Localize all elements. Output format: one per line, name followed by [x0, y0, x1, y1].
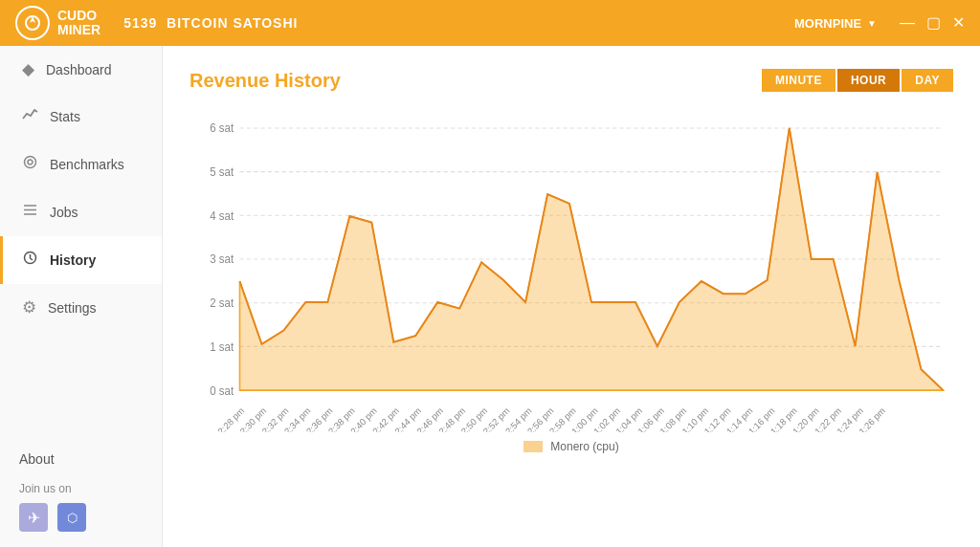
logo: CUDO MINER	[15, 6, 100, 40]
svg-text:6 sat: 6 sat	[210, 121, 234, 135]
window-controls: — ▢ ✕	[900, 15, 965, 31]
history-icon	[22, 250, 38, 271]
sidebar-item-label: Dashboard	[46, 62, 112, 77]
chevron-down-icon: ▼	[867, 18, 877, 29]
revenue-chart: 6 sat 5 sat 4 sat 3 sat 2 sat 1 sat 0 sa…	[189, 107, 953, 432]
minimize-button[interactable]: —	[900, 15, 915, 31]
sidebar-item-label: History	[50, 252, 96, 268]
chart-area: 6 sat 5 sat 4 sat 3 sat 2 sat 1 sat 0 sa…	[189, 107, 953, 470]
main-content: Revenue History MINUTE HOUR DAY	[163, 46, 980, 547]
sidebar-item-label: Benchmarks	[50, 157, 124, 172]
sidebar-item-jobs[interactable]: Jobs	[0, 188, 162, 236]
sidebar-item-label: Jobs	[50, 205, 78, 220]
sidebar-item-label: Settings	[48, 300, 97, 316]
sidebar-item-benchmarks[interactable]: Benchmarks	[0, 141, 162, 188]
chart-legend: Monero (cpu)	[189, 440, 953, 453]
svg-point-2	[28, 160, 33, 164]
sidebar-item-label: Stats	[50, 109, 80, 124]
time-buttons: MINUTE HOUR DAY	[762, 69, 953, 92]
page-title: Revenue History	[189, 70, 341, 92]
svg-text:3 sat: 3 sat	[210, 252, 234, 266]
sidebar-item-dashboard[interactable]: ◆ Dashboard	[0, 46, 162, 93]
legend-box	[523, 441, 543, 452]
join-section: Join us on ✈ ⬡	[0, 474, 162, 547]
hour-button[interactable]: HOUR	[837, 69, 900, 92]
legend-label: Monero (cpu)	[550, 440, 618, 453]
logo-icon	[15, 6, 50, 40]
join-icons: ✈ ⬡	[19, 503, 143, 532]
svg-text:5 sat: 5 sat	[210, 165, 234, 179]
svg-text:4 sat: 4 sat	[210, 208, 234, 222]
discord-icon[interactable]: ⬡	[57, 503, 86, 532]
telegram-icon[interactable]: ✈	[19, 503, 48, 532]
sidebar-item-about[interactable]: About	[0, 438, 162, 474]
settings-icon: ⚙	[22, 297, 36, 317]
titlebar-title: 5139 BITCOIN SATOSHI	[123, 15, 794, 31]
close-button[interactable]: ✕	[952, 15, 965, 31]
sidebar-item-stats[interactable]: Stats	[0, 93, 162, 141]
minute-button[interactable]: MINUTE	[762, 69, 835, 92]
benchmarks-icon	[22, 154, 38, 175]
sidebar: ◆ Dashboard Stats Benchmarks	[0, 46, 163, 547]
sidebar-item-settings[interactable]: ⚙ Settings	[0, 284, 162, 331]
diamond-icon: ◆	[22, 59, 34, 79]
jobs-icon	[22, 202, 38, 223]
maximize-button[interactable]: ▢	[926, 15, 941, 31]
user-menu[interactable]: MORNPINE ▼	[794, 16, 877, 31]
stats-icon	[22, 106, 38, 127]
svg-text:0 sat: 0 sat	[210, 383, 234, 397]
logo-text: CUDO MINER	[57, 9, 100, 38]
main-layout: ◆ Dashboard Stats Benchmarks	[0, 46, 980, 547]
svg-point-1	[25, 157, 36, 168]
titlebar: CUDO MINER 5139 BITCOIN SATOSHI MORNPINE…	[0, 0, 980, 46]
content-header: Revenue History MINUTE HOUR DAY	[189, 69, 953, 92]
svg-text:2 sat: 2 sat	[210, 296, 234, 310]
join-label: Join us on	[19, 482, 143, 495]
sidebar-item-history[interactable]: History	[0, 236, 162, 284]
svg-text:1 sat: 1 sat	[210, 340, 234, 354]
day-button[interactable]: DAY	[902, 69, 953, 92]
